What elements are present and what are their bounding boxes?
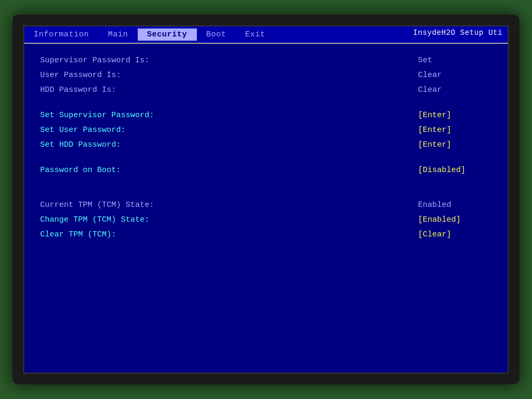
user-password-value: Clear <box>418 69 492 82</box>
content-area: Supervisor Password Is: Set User Passwor… <box>24 44 508 255</box>
current-tpm-label: Current TPM (TCM) State: <box>40 199 154 212</box>
menu-item-exit[interactable]: Exit <box>236 28 275 41</box>
set-password-group: Set Supervisor Password: [Enter] Set Use… <box>40 109 492 151</box>
password-status-group: Supervisor Password Is: Set User Passwor… <box>40 54 492 97</box>
set-hdd-value: [Enter] <box>418 139 492 151</box>
set-hdd-label: Set HDD Password: <box>40 139 121 151</box>
current-tpm-value: Enabled <box>418 199 492 212</box>
hdd-password-label: HDD Password Is: <box>40 84 116 97</box>
menu-item-boot[interactable]: Boot <box>197 28 236 41</box>
password-boot-value: [Disabled] <box>418 164 492 177</box>
tpm-group: Current TPM (TCM) State: Enabled Change … <box>40 199 492 241</box>
menu-bar: Information Main Security Boot Exit Insy… <box>24 26 508 44</box>
change-tpm-row[interactable]: Change TPM (TCM) State: [Enabled] <box>40 214 492 226</box>
user-password-label: User Password Is: <box>40 69 121 82</box>
hdd-password-value: Clear <box>418 84 492 97</box>
supervisor-password-value: Set <box>418 54 492 67</box>
user-password-row: User Password Is: Clear <box>40 69 492 82</box>
bios-screen: Information Main Security Boot Exit Insy… <box>23 25 509 374</box>
current-tpm-row: Current TPM (TCM) State: Enabled <box>40 199 492 212</box>
bios-title: InsydeH2O Setup Uti <box>413 28 502 37</box>
set-hdd-row[interactable]: Set HDD Password: [Enter] <box>40 139 492 151</box>
set-user-row[interactable]: Set User Password: [Enter] <box>40 124 492 137</box>
password-boot-group: Password on Boot: [Disabled] <box>40 164 492 177</box>
password-boot-row[interactable]: Password on Boot: [Disabled] <box>40 164 492 177</box>
password-boot-label: Password on Boot: <box>40 164 121 177</box>
set-supervisor-label: Set Supervisor Password: <box>40 109 154 122</box>
clear-tpm-value: [Clear] <box>418 229 492 241</box>
set-user-value: [Enter] <box>418 124 492 137</box>
supervisor-password-row: Supervisor Password Is: Set <box>40 54 492 67</box>
menu-item-security[interactable]: Security <box>138 28 197 41</box>
set-supervisor-value: [Enter] <box>418 109 492 122</box>
laptop-frame: Information Main Security Boot Exit Insy… <box>13 15 519 384</box>
menu-item-main[interactable]: Main <box>99 28 138 41</box>
set-supervisor-row[interactable]: Set Supervisor Password: [Enter] <box>40 109 492 122</box>
clear-tpm-label: Clear TPM (TCM): <box>40 229 116 241</box>
supervisor-password-label: Supervisor Password Is: <box>40 54 149 67</box>
menu-item-information[interactable]: Information <box>24 28 99 41</box>
change-tpm-value: [Enabled] <box>418 214 492 226</box>
clear-tpm-row[interactable]: Clear TPM (TCM): [Clear] <box>40 229 492 241</box>
set-user-label: Set User Password: <box>40 124 126 137</box>
hdd-password-row: HDD Password Is: Clear <box>40 84 492 97</box>
change-tpm-label: Change TPM (TCM) State: <box>40 214 149 226</box>
